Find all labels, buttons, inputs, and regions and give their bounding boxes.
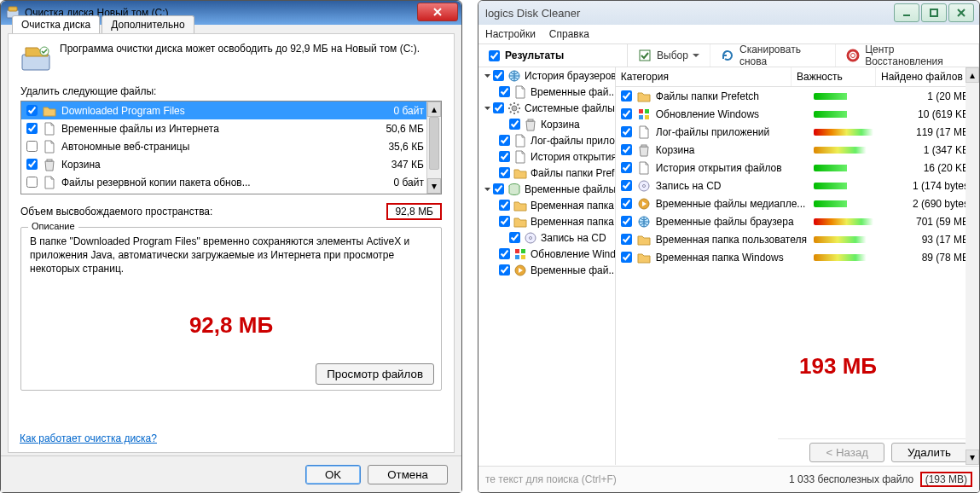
- file-row-checkbox[interactable]: [26, 159, 38, 170]
- results-scrollbar[interactable]: ▴ ▾: [966, 67, 979, 465]
- file-list-row[interactable]: Корзина347 КБ: [21, 155, 427, 173]
- tree-node-checkbox[interactable]: [499, 200, 510, 211]
- tree-node[interactable]: Временные файлы: [478, 181, 615, 197]
- result-row[interactable]: Лог-файлы приложений119 (17 MB): [616, 123, 979, 141]
- file-row-checkbox[interactable]: [26, 105, 38, 116]
- tree-node[interactable]: История открытия...: [478, 148, 615, 165]
- tree-node[interactable]: Лог-файлы прило...: [478, 132, 615, 148]
- tree-node[interactable]: Системные файлы: [478, 100, 615, 116]
- result-row-importance: [807, 93, 880, 100]
- tab-advanced[interactable]: Дополнительно: [101, 15, 194, 33]
- result-row-checkbox[interactable]: [621, 252, 632, 263]
- tree-node[interactable]: Корзина: [478, 116, 615, 132]
- result-row[interactable]: Файлы папки Prefetch1 (20 MB): [616, 87, 979, 105]
- result-row-importance: [807, 165, 880, 171]
- tree-node-checkbox[interactable]: [509, 232, 520, 243]
- result-row-checkbox[interactable]: [621, 126, 632, 137]
- tree-node[interactable]: Временные фай...: [478, 84, 615, 100]
- toolbar-select[interactable]: Выбор: [628, 44, 710, 67]
- result-row-checkbox[interactable]: [621, 198, 632, 209]
- tree-node[interactable]: Временная папка ...: [478, 213, 615, 229]
- scroll-down-icon[interactable]: ▾: [427, 178, 441, 194]
- result-row[interactable]: Обновление Windows10 (619 KB): [616, 105, 979, 123]
- result-row[interactable]: Временные файлы браузера701 (59 MB): [616, 212, 979, 230]
- result-row[interactable]: Корзина1 (347 KB): [616, 141, 979, 159]
- tree-node[interactable]: Запись на CD: [478, 229, 615, 246]
- scroll-thumb[interactable]: [429, 117, 439, 170]
- col-found[interactable]: Найдено файлов: [876, 67, 979, 86]
- col-category[interactable]: Категория: [616, 67, 792, 86]
- scroll-up-icon[interactable]: ▴: [966, 67, 979, 83]
- file-row-checkbox[interactable]: [26, 141, 38, 152]
- tree-node-checkbox[interactable]: [499, 248, 510, 259]
- auslogics-titlebar[interactable]: logics Disk Cleaner: [478, 1, 979, 25]
- result-row-checkbox[interactable]: [621, 234, 632, 245]
- highlight-size-left: 92,8 МБ: [189, 312, 273, 339]
- maximize-button[interactable]: [921, 3, 947, 22]
- bin-icon: [43, 158, 56, 171]
- tree-root-checkbox[interactable]: [489, 50, 500, 61]
- result-row-checkbox[interactable]: [621, 216, 632, 227]
- file-row-checkbox[interactable]: [26, 177, 38, 188]
- scroll-up-icon[interactable]: ▴: [427, 102, 441, 117]
- result-row[interactable]: Временная папка Windows89 (78 MB): [616, 248, 979, 266]
- tab-cleanup[interactable]: Очистка диска: [12, 15, 100, 33]
- tree-node-checkbox[interactable]: [499, 86, 510, 97]
- file-list-row[interactable]: Файлы резервной копии пакета обнов...0 б…: [21, 173, 427, 191]
- tree-node-checkbox[interactable]: [499, 264, 510, 276]
- tree-node[interactable]: Файлы папки Pref...: [478, 165, 615, 181]
- tree-node-checkbox[interactable]: [499, 167, 510, 178]
- result-row[interactable]: Временная папка пользователя93 (17 MB): [616, 230, 979, 248]
- tree-node-checkbox[interactable]: [493, 102, 504, 113]
- result-row-checkbox[interactable]: [621, 108, 632, 119]
- cancel-button[interactable]: Отмена: [368, 465, 448, 484]
- result-row[interactable]: Запись на CD1 (174 bytes): [616, 177, 979, 194]
- disk-cleanup-summary: Программа очистки диска может освободить…: [60, 43, 420, 56]
- result-row[interactable]: Временные файлы медиапле...2 (690 bytes): [616, 194, 979, 212]
- file-row-checkbox[interactable]: [26, 123, 38, 134]
- tree-node-checkbox[interactable]: [499, 135, 510, 146]
- close-button-right[interactable]: [948, 3, 974, 22]
- tree-node[interactable]: Временные фай...: [478, 262, 615, 278]
- file-list-scrollbar[interactable]: ▴ ▾: [426, 102, 441, 194]
- ok-button[interactable]: OK: [305, 465, 361, 484]
- result-row-checkbox[interactable]: [621, 144, 632, 155]
- scroll-down-icon[interactable]: ▾: [966, 450, 979, 465]
- result-row-checkbox[interactable]: [621, 180, 632, 191]
- menu-settings[interactable]: Настройки: [485, 28, 536, 40]
- file-list-row[interactable]: Временные файлы из Интернета50,6 МБ: [21, 119, 427, 137]
- file-list-row[interactable]: Автономные веб-страницы35,6 КБ: [21, 137, 427, 155]
- svg-rect-2: [22, 55, 49, 70]
- tree-node[interactable]: Временная папка ...: [478, 197, 615, 213]
- tree-node-label: Временная папка ...: [531, 216, 616, 228]
- minimize-button[interactable]: [894, 3, 919, 22]
- result-row-count: 10 (619 KB): [880, 108, 976, 120]
- tree-node-checkbox[interactable]: [493, 70, 504, 81]
- help-link[interactable]: Как работает очистка диска?: [20, 432, 157, 444]
- close-button[interactable]: [417, 3, 458, 21]
- result-row-checkbox[interactable]: [621, 90, 632, 102]
- tree-node-checkbox[interactable]: [493, 183, 504, 194]
- result-row-count: 1 (20 MB): [880, 90, 976, 102]
- result-row-checkbox[interactable]: [621, 162, 632, 173]
- back-button[interactable]: < Назад: [809, 443, 884, 462]
- expand-icon[interactable]: [484, 71, 491, 81]
- svg-rect-20: [639, 109, 643, 113]
- menu-help[interactable]: Справка: [549, 28, 589, 40]
- view-files-button[interactable]: Просмотр файлов: [316, 363, 434, 385]
- tree-node-label: Системные файлы: [525, 102, 615, 114]
- tree-node[interactable]: Обновление Wind...: [478, 246, 615, 262]
- file-list-row[interactable]: Downloaded Program Files0 байт: [21, 102, 427, 119]
- col-importance[interactable]: Важность: [792, 67, 876, 86]
- tree-node[interactable]: История браузеров: [478, 67, 615, 84]
- result-row[interactable]: История открытия файлов16 (20 KB): [616, 159, 979, 177]
- tree-node-checkbox[interactable]: [499, 151, 510, 162]
- toolbar-rescue[interactable]: Центр Восстановления: [836, 44, 979, 67]
- search-hint[interactable]: те текст для поиска (Ctrl+F): [485, 473, 789, 485]
- expand-icon[interactable]: [484, 184, 491, 194]
- expand-icon[interactable]: [484, 103, 491, 113]
- toolbar-rescan[interactable]: Сканировать снова: [710, 44, 836, 67]
- delete-button[interactable]: Удалить: [891, 443, 967, 462]
- tree-node-checkbox[interactable]: [499, 216, 510, 227]
- tree-node-checkbox[interactable]: [509, 119, 520, 130]
